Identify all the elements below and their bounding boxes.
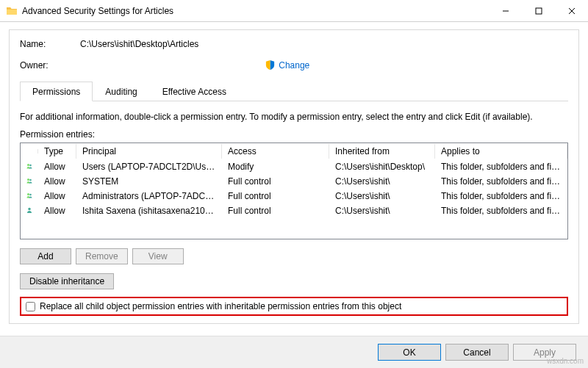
name-row: Name: C:\Users\ishit\Desktop\Articles bbox=[20, 39, 568, 49]
titlebar: Advanced Security Settings for Articles bbox=[0, 0, 588, 22]
column-inherited[interactable]: Inherited from bbox=[329, 144, 435, 159]
tab-effective-access[interactable]: Effective Access bbox=[150, 82, 239, 101]
tab-permissions[interactable]: Permissions bbox=[20, 82, 93, 101]
user-icon bbox=[21, 174, 38, 189]
add-button[interactable]: Add bbox=[20, 248, 71, 264]
cell-inherited: C:\Users\ishit\ bbox=[329, 175, 435, 188]
svg-rect-1 bbox=[536, 8, 542, 14]
cell-type: Allow bbox=[38, 175, 76, 188]
column-type[interactable]: Type bbox=[38, 144, 76, 159]
view-button: View bbox=[132, 248, 184, 264]
cell-principal: Users (LAPTOP-7ADCLT2D\Users) bbox=[76, 160, 222, 173]
cell-type: Allow bbox=[38, 204, 76, 217]
minimize-button[interactable] bbox=[489, 0, 522, 22]
svg-point-9 bbox=[29, 194, 32, 196]
close-button[interactable] bbox=[555, 0, 588, 22]
name-label: Name: bbox=[20, 39, 80, 49]
window-title: Advanced Security Settings for Articles bbox=[22, 6, 489, 16]
info-text: For additional information, double-click… bbox=[20, 112, 568, 122]
tab-bar: Permissions Auditing Effective Access bbox=[20, 81, 568, 101]
svg-point-7 bbox=[29, 179, 32, 181]
cancel-button[interactable]: Cancel bbox=[445, 344, 509, 361]
maximize-button[interactable] bbox=[522, 0, 555, 22]
svg-point-8 bbox=[27, 193, 29, 195]
table-header: Type Principal Access Inherited from App… bbox=[21, 143, 567, 159]
cell-access: Full control bbox=[222, 204, 329, 217]
folder-icon bbox=[6, 5, 18, 17]
table-row[interactable]: AllowAdministrators (LAPTOP-7ADCLT...Ful… bbox=[21, 189, 567, 203]
cell-applies: This folder, subfolders and files bbox=[435, 204, 567, 217]
cell-access: Modify bbox=[222, 160, 329, 173]
remove-button: Remove bbox=[76, 248, 128, 264]
entry-buttons: Add Remove View bbox=[20, 248, 568, 264]
user-icon bbox=[21, 159, 38, 174]
cell-applies: This folder, subfolders and files bbox=[435, 190, 567, 203]
svg-point-4 bbox=[27, 164, 29, 166]
cell-type: Allow bbox=[38, 160, 76, 173]
ok-button[interactable]: OK bbox=[378, 344, 441, 361]
entries-label: Permission entries: bbox=[20, 129, 568, 140]
cell-principal: Administrators (LAPTOP-7ADCLT... bbox=[76, 190, 222, 203]
name-value: C:\Users\ishit\Desktop\Articles bbox=[80, 39, 198, 49]
replace-checkbox-row[interactable]: Replace all child object permission entr… bbox=[20, 297, 568, 316]
svg-point-10 bbox=[28, 208, 31, 211]
column-principal[interactable]: Principal bbox=[76, 144, 222, 159]
owner-row: Owner: Change bbox=[20, 59, 568, 71]
cell-access: Full control bbox=[222, 190, 329, 203]
column-access[interactable]: Access bbox=[222, 144, 329, 159]
owner-label: Owner: bbox=[20, 60, 80, 71]
cell-access: Full control bbox=[222, 175, 329, 188]
tab-auditing[interactable]: Auditing bbox=[93, 82, 149, 101]
table-row[interactable]: AllowUsers (LAPTOP-7ADCLT2D\Users)Modify… bbox=[21, 159, 567, 174]
svg-point-6 bbox=[27, 178, 29, 181]
column-icon[interactable] bbox=[21, 149, 38, 154]
replace-checkbox-label: Replace all child object permission entr… bbox=[40, 301, 401, 311]
cell-applies: This folder, subfolders and files bbox=[435, 175, 567, 188]
cell-inherited: C:\Users\ishit\ bbox=[329, 204, 435, 217]
cell-type: Allow bbox=[38, 190, 76, 203]
dialog-footer: OK Cancel Apply bbox=[0, 336, 588, 368]
replace-checkbox[interactable] bbox=[26, 302, 35, 311]
change-owner-link[interactable]: Change bbox=[279, 60, 309, 71]
svg-point-5 bbox=[29, 165, 32, 167]
cell-principal: Ishita Saxena (ishitasaxena2109... bbox=[76, 204, 222, 217]
watermark: wsxdn.com bbox=[547, 357, 584, 365]
cell-inherited: C:\Users\ishit\ bbox=[329, 190, 435, 203]
cell-inherited: C:\Users\ishit\Desktop\ bbox=[329, 160, 435, 173]
table-row[interactable]: AllowSYSTEMFull controlC:\Users\ishit\Th… bbox=[21, 174, 567, 189]
disable-inheritance-button[interactable]: Disable inheritance bbox=[20, 273, 114, 289]
cell-applies: This folder, subfolders and files bbox=[435, 160, 567, 173]
table-row[interactable]: AllowIshita Saxena (ishitasaxena2109...F… bbox=[21, 203, 567, 218]
permission-entries-table[interactable]: Type Principal Access Inherited from App… bbox=[20, 142, 568, 239]
user-icon bbox=[21, 189, 38, 203]
cell-principal: SYSTEM bbox=[76, 175, 222, 188]
column-applies[interactable]: Applies to bbox=[435, 144, 567, 159]
user-icon bbox=[21, 203, 38, 218]
shield-icon bbox=[265, 59, 276, 71]
main-panel: Name: C:\Users\ishit\Desktop\Articles Ow… bbox=[9, 29, 579, 324]
